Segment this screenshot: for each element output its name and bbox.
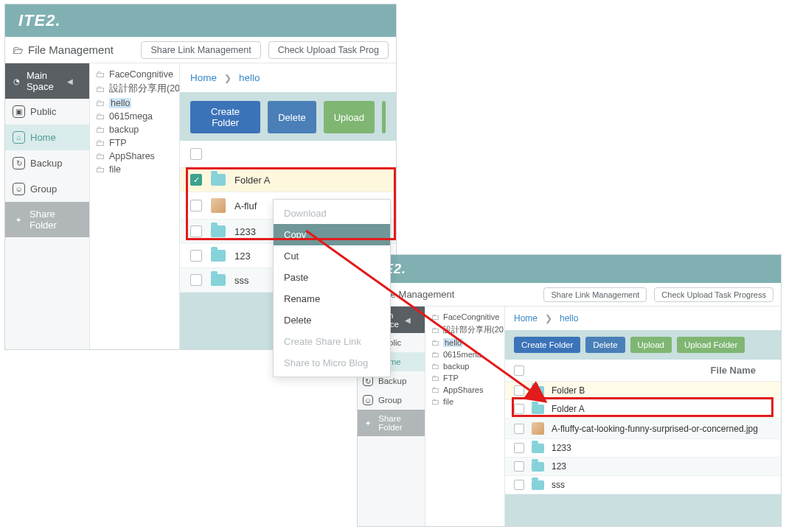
- row-checkbox[interactable]: [514, 404, 524, 414]
- row-checkbox[interactable]: [514, 480, 524, 490]
- sidebar-item-public[interactable]: ▣ Public: [5, 99, 89, 125]
- ctx-paste[interactable]: Paste: [274, 267, 390, 288]
- tree-item[interactable]: 🗀file: [430, 396, 501, 407]
- crumb-home[interactable]: Home: [190, 72, 217, 83]
- share-link-management-button[interactable]: Share Link Management: [141, 41, 260, 59]
- upload-folder-button-truncated[interactable]: [382, 101, 386, 133]
- sidebar-item-group[interactable]: ☺ Group: [358, 391, 425, 410]
- tree-item[interactable]: 🗀AppShares: [430, 384, 501, 396]
- action-row: Create Folder Delete Upload Upload Folde…: [505, 330, 781, 360]
- row-checkbox[interactable]: [514, 385, 524, 396]
- table-row[interactable]: Folder A: [505, 400, 781, 419]
- sidebar-item-home[interactable]: ⌂ Home: [5, 125, 89, 150]
- chevron-left-icon: ◀: [405, 316, 411, 324]
- tree-item[interactable]: 🗀FTP: [94, 136, 176, 150]
- check-upload-progress-button[interactable]: Check Upload Task Prog: [268, 41, 389, 59]
- ctx-copy[interactable]: Copy: [274, 224, 390, 245]
- row-checkbox[interactable]: [190, 200, 202, 211]
- table-row[interactable]: sss: [505, 476, 781, 494]
- folder-icon: 🗀: [431, 338, 439, 347]
- tree-item-label: backup: [109, 125, 139, 135]
- context-menu: Download Copy Cut Paste Rename Delete Cr…: [273, 199, 391, 377]
- ctx-cut[interactable]: Cut: [274, 245, 390, 267]
- chevron-right-icon: ❯: [545, 313, 552, 323]
- row-checkbox[interactable]: ✓: [190, 174, 202, 186]
- sidebar-item-backup[interactable]: ↻ Backup: [5, 150, 89, 176]
- upload-button[interactable]: Upload: [324, 101, 375, 133]
- tree-item-label: 設計部分享用(201808: [109, 83, 180, 95]
- folder-icon: [532, 480, 544, 490]
- delete-button[interactable]: Delete: [585, 337, 625, 353]
- row-checkbox[interactable]: [190, 250, 202, 262]
- table-row[interactable]: ✓Folder A: [180, 168, 396, 192]
- folder-icon: 🗀: [96, 164, 105, 175]
- table-row[interactable]: 123: [505, 458, 781, 476]
- folder-icon: [532, 444, 544, 453]
- ctx-delete[interactable]: Delete: [274, 309, 390, 331]
- row-checkbox[interactable]: [514, 443, 524, 453]
- breadcrumb: Home ❯ hello: [180, 63, 396, 92]
- tree-item[interactable]: 🗀FaceCongnitive: [430, 311, 501, 323]
- row-checkbox[interactable]: [514, 461, 524, 472]
- ctx-rename[interactable]: Rename: [274, 288, 390, 309]
- sidebar-label: Public: [30, 106, 56, 117]
- file-name: A-fluffy-cat-looking-funny-surprised-or-…: [552, 424, 758, 434]
- row-checkbox[interactable]: [190, 274, 202, 286]
- create-folder-button[interactable]: Create Folder: [514, 337, 580, 353]
- public-icon: ▣: [13, 105, 25, 118]
- create-folder-button[interactable]: Create Folder: [190, 101, 260, 133]
- delete-button[interactable]: Delete: [268, 101, 316, 133]
- folder-icon: 🗀: [96, 84, 105, 94]
- backup-icon: ↻: [13, 157, 25, 169]
- table-row[interactable]: A-fluffy-cat-looking-funny-surprised-or-…: [505, 419, 781, 439]
- check-upload-progress-button[interactable]: Check Upload Task Progress: [654, 287, 773, 302]
- share-link-management-button[interactable]: Share Link Management: [543, 287, 647, 302]
- column-header-filename[interactable]: File Name: [711, 365, 756, 376]
- folder-tree: 🗀FaceCongnitive🗀設計部分享用(201808🗀hello🗀0615…: [425, 307, 505, 526]
- folder-icon: 🗀: [431, 326, 439, 335]
- tree-item-label: backup: [443, 362, 469, 371]
- tree-item[interactable]: 🗀file: [94, 163, 176, 176]
- tree-item[interactable]: 🗀backup: [430, 360, 501, 372]
- image-thumbnail-icon: [532, 422, 544, 435]
- select-all-checkbox[interactable]: [190, 148, 202, 160]
- sidebar-item-share-folder[interactable]: ✦ Share Folder: [358, 410, 425, 436]
- select-all-checkbox[interactable]: [514, 365, 524, 376]
- tree-item[interactable]: 🗀0615mena: [430, 349, 501, 360]
- crumb-home[interactable]: Home: [514, 313, 538, 323]
- tree-item[interactable]: 🗀hello: [94, 97, 176, 110]
- crumb-current[interactable]: hello: [239, 72, 260, 83]
- tree-item[interactable]: 🗀設計部分享用(201808: [94, 81, 176, 97]
- sidebar-item-group[interactable]: ☺ Group: [5, 176, 89, 202]
- upload-button[interactable]: Upload: [630, 337, 672, 353]
- tree-item-label: file: [109, 164, 121, 175]
- tree-item[interactable]: 🗀0615mega: [94, 110, 176, 123]
- tree-item[interactable]: 🗀FTP: [430, 372, 501, 384]
- tree-item-label: FaceCongnitive: [443, 312, 499, 321]
- tree-item[interactable]: 🗀backup: [94, 123, 176, 136]
- crumb-current[interactable]: hello: [560, 313, 578, 323]
- table-row[interactable]: Folder B: [505, 382, 781, 400]
- share-icon: ✦: [363, 417, 373, 430]
- chevron-left-icon: ◀: [67, 77, 73, 85]
- tree-item[interactable]: 🗀hello: [430, 337, 501, 349]
- sidebar: ◔ Main Space ◀ ▣ Public ⌂ Home ↻ Backup …: [5, 63, 90, 349]
- toolbar: 🗁 File Management Share Link Management …: [5, 37, 396, 63]
- folder-icon: 🗀: [96, 138, 105, 148]
- tree-item-label: FTP: [109, 138, 127, 148]
- table-row[interactable]: 1233: [505, 439, 781, 458]
- tree-item[interactable]: 🗀FaceCongnitive: [94, 68, 176, 81]
- folder-icon: 🗀: [96, 125, 105, 135]
- tree-item[interactable]: 🗀AppShares: [94, 150, 176, 163]
- row-checkbox[interactable]: [190, 225, 202, 237]
- sidebar-item-main-space[interactable]: ◔ Main Space ◀: [5, 63, 89, 99]
- folder-icon: [211, 274, 226, 286]
- breadcrumb: Home ❯ hello: [505, 307, 781, 330]
- folder-icon: [532, 386, 544, 396]
- sidebar-item-share-folder[interactable]: ✦ Share Folder: [5, 202, 89, 237]
- row-checkbox[interactable]: [514, 424, 524, 434]
- folder-icon: 🗀: [96, 111, 105, 122]
- tree-item[interactable]: 🗀設計部分享用(201808: [430, 323, 501, 337]
- upload-folder-button[interactable]: Upload Folder: [677, 337, 745, 353]
- home-icon: ⌂: [13, 131, 25, 144]
